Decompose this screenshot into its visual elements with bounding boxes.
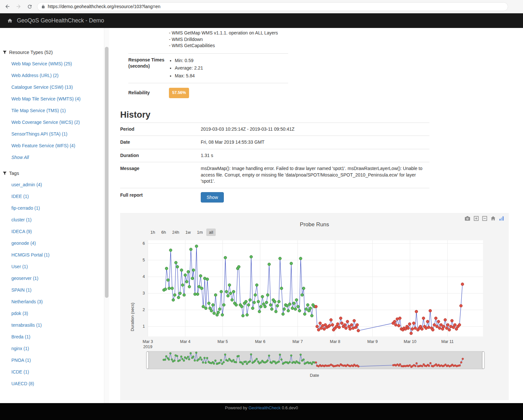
sidebar-scrollbar[interactable] bbox=[104, 28, 109, 403]
probes-row: - WMS GetMap WMS v1.1.1. operation on AL… bbox=[128, 30, 288, 53]
svg-text:2019: 2019 bbox=[143, 345, 152, 349]
svg-text:4: 4 bbox=[143, 274, 145, 279]
svg-text:Mar 7: Mar 7 bbox=[292, 339, 303, 344]
camera-icon[interactable] bbox=[465, 216, 470, 221]
range-button-6h[interactable]: 6h bbox=[159, 229, 168, 236]
show-report-button[interactable]: Show bbox=[201, 192, 224, 203]
tag-netherlands[interactable]: Netherlands (3) bbox=[11, 296, 104, 308]
app-navbar: GeoQoS GeoHealthCheck - Demo bbox=[0, 13, 523, 28]
filter-funnel-icon bbox=[3, 171, 7, 176]
history-table: Period 2019-03-03 10:25:14Z - 2019-03-11… bbox=[120, 123, 429, 206]
tag-terrabrasilis[interactable]: terrabrasilis (1) bbox=[11, 319, 104, 331]
plotly-logo-icon[interactable] bbox=[499, 216, 504, 221]
tag-user-admin[interactable]: user_admin (4) bbox=[11, 179, 104, 190]
range-button-1m[interactable]: 1m bbox=[194, 229, 205, 236]
chart-title: Probe Runs bbox=[120, 213, 509, 221]
svg-text:6: 6 bbox=[143, 241, 145, 246]
resource-summary-table: - WMS GetMap WMS v1.1.1. operation on AL… bbox=[128, 30, 288, 103]
navbar-brand[interactable]: GeoQoS GeoHealthCheck - Demo bbox=[17, 17, 104, 24]
home-icon[interactable] bbox=[7, 18, 13, 23]
scrollbar-thumb[interactable] bbox=[105, 47, 108, 298]
tag-user[interactable]: User (1) bbox=[11, 261, 104, 272]
sidebar: Resource Types (52) Web Map Service (WMS… bbox=[0, 28, 104, 403]
resource-type-wfs[interactable]: Web Feature Service (WFS) (4) bbox=[11, 140, 104, 151]
svg-text:Mar 9: Mar 9 bbox=[367, 339, 378, 344]
probe-line: - WMS GetMap WMS v1.1.1. operation on AL… bbox=[169, 30, 278, 36]
reliability-row: Reliability 57.56% bbox=[128, 83, 288, 103]
probe-line: - WMS Drilldown bbox=[169, 36, 278, 43]
svg-text:2: 2 bbox=[143, 308, 145, 312]
tag-pnoa[interactable]: PNOA (1) bbox=[11, 354, 104, 366]
zoom-in-icon[interactable] bbox=[474, 216, 479, 221]
response-times-label: Response Times (seconds) bbox=[128, 57, 169, 80]
lock-icon bbox=[41, 5, 45, 9]
range-button-all[interactable]: all bbox=[206, 229, 216, 236]
y-axis-label: Duration (secs) bbox=[130, 297, 135, 336]
filter-funnel-icon bbox=[3, 50, 7, 55]
response-times-row: Response Times (seconds) Min: 0.59 Avera… bbox=[128, 53, 288, 83]
tag-nginx[interactable]: nginx (1) bbox=[11, 343, 104, 354]
svg-text:Mar 6: Mar 6 bbox=[255, 339, 265, 344]
tag-uaecd[interactable]: UAECD (8) bbox=[11, 378, 104, 389]
refresh-button[interactable] bbox=[26, 3, 33, 10]
tag-hcmgis-portal[interactable]: HCMGIS Portal (1) bbox=[11, 249, 104, 261]
range-slider-handle-left[interactable] bbox=[147, 352, 149, 369]
resource-type-url[interactable]: Web Address (URL) (2) bbox=[11, 70, 104, 81]
resource-type-tms[interactable]: Tile Map Service (TMS) (1) bbox=[11, 105, 104, 116]
probe-runs-chart: Probe Runs 1h 6h 24h 1w 1m all Duration … bbox=[120, 213, 509, 400]
reset-axes-home-icon[interactable] bbox=[491, 216, 496, 221]
svg-text:1: 1 bbox=[143, 324, 145, 329]
history-row-duration: Duration 1.31 s bbox=[120, 149, 429, 162]
resource-type-wcs[interactable]: Web Coverage Service (WCS) (2) bbox=[11, 116, 104, 128]
back-button[interactable] bbox=[4, 3, 11, 10]
svg-text:3: 3 bbox=[143, 291, 145, 295]
zoom-out-icon[interactable] bbox=[482, 216, 487, 221]
response-time-max: Max: 5.84 bbox=[175, 72, 203, 80]
tag-cluster[interactable]: cluster (1) bbox=[11, 214, 104, 226]
history-title: History bbox=[120, 110, 523, 120]
show-all-link[interactable]: Show All bbox=[11, 151, 104, 163]
resource-type-sta[interactable]: SensorThings API (STA) (1) bbox=[11, 128, 104, 140]
tag-geoserver[interactable]: geoserver (1) bbox=[11, 272, 104, 284]
url-bar[interactable]: https://demo.geohealthcheck.org/resource… bbox=[37, 2, 508, 11]
range-button-1w[interactable]: 1w bbox=[183, 229, 194, 236]
resource-type-csw[interactable]: Catalogue Service (CSW) (13) bbox=[11, 81, 104, 93]
browser-chrome: https://demo.geohealthcheck.org/resource… bbox=[0, 0, 523, 13]
tags-list: user_admin (4) IDEE (1) fip-cerrado (1) … bbox=[3, 179, 104, 389]
full-report-label: Full report bbox=[120, 192, 201, 198]
tag-geonode[interactable]: geonode (4) bbox=[11, 237, 104, 249]
response-time-average: Average: 2.21 bbox=[175, 64, 203, 72]
resource-types-header: Resource Types (52) bbox=[3, 47, 104, 58]
footer-geohealthcheck-link[interactable]: GeoHealthCheck bbox=[249, 405, 281, 410]
tag-breda[interactable]: Breda (1) bbox=[11, 331, 104, 343]
svg-text:5: 5 bbox=[143, 258, 145, 262]
resource-type-wms[interactable]: Web Map Service (WMS) (25) bbox=[11, 58, 104, 70]
probes-list: - WMS GetMap WMS v1.1.1. operation on AL… bbox=[169, 30, 278, 49]
range-selector: 1h 6h 24h 1w 1m all bbox=[148, 229, 509, 236]
resource-types-list: Web Map Service (WMS) (25) Web Address (… bbox=[3, 58, 104, 163]
url-input[interactable]: https://demo.geohealthcheck.org/resource… bbox=[48, 4, 160, 9]
reliability-label: Reliability bbox=[128, 90, 169, 96]
range-slider-handle-right[interactable] bbox=[482, 352, 485, 369]
tags-header: Tags bbox=[3, 168, 104, 179]
footer-version: 0.6.dev0 bbox=[282, 405, 298, 410]
tag-idee[interactable]: IDEE (1) bbox=[11, 190, 104, 202]
main-content: - WMS GetMap WMS v1.1.1. operation on AL… bbox=[109, 28, 523, 403]
reliability-badge: 57.56% bbox=[169, 88, 189, 98]
tag-icde[interactable]: ICDE (1) bbox=[11, 366, 104, 378]
plotly-modebar bbox=[465, 216, 504, 221]
range-button-24h[interactable]: 24h bbox=[170, 229, 182, 236]
forward-button[interactable] bbox=[15, 3, 22, 10]
x-axis-label: Date bbox=[120, 373, 509, 378]
range-slider[interactable] bbox=[146, 350, 485, 370]
range-button-1h[interactable]: 1h bbox=[148, 229, 158, 236]
resource-type-wmts[interactable]: Web Map Tile Service (WMTS) (4) bbox=[11, 93, 104, 105]
tag-ideca[interactable]: IDECA (9) bbox=[11, 226, 104, 237]
probe-line: - WMS GetCapabilities bbox=[169, 43, 278, 49]
probe-runs-plot-area[interactable]: Mar 32019Mar 4Mar 5Mar 6Mar 7Mar 8Mar 9M… bbox=[120, 238, 491, 349]
tag-fip-cerrado[interactable]: fip-cerrado (1) bbox=[11, 202, 104, 214]
tag-spain[interactable]: SPAIN (1) bbox=[11, 284, 104, 296]
footer-powered-by: Powered by bbox=[225, 405, 248, 410]
svg-text:Mar 10: Mar 10 bbox=[404, 339, 416, 344]
tag-pdok[interactable]: pdok (3) bbox=[11, 308, 104, 319]
